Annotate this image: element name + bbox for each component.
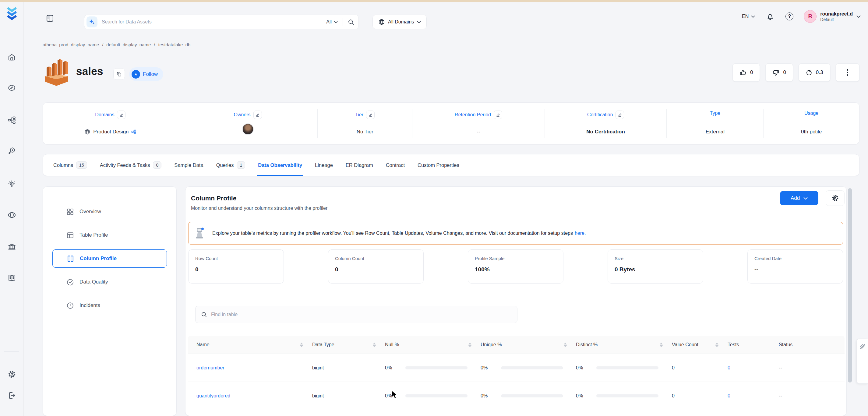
notifications-bell-icon[interactable] xyxy=(765,11,775,21)
edit-tier-icon[interactable] xyxy=(366,110,375,119)
version-history-button[interactable]: 0.3 xyxy=(799,63,830,82)
tab-label: Custom Properties xyxy=(417,162,459,168)
breadcrumb-schema[interactable]: testdatalake_db xyxy=(158,42,190,47)
domains-icon[interactable] xyxy=(7,211,17,220)
glossary-icon[interactable] xyxy=(7,274,17,283)
stat-value: 0 xyxy=(195,266,277,273)
profiler-nav-overview[interactable]: Overview xyxy=(52,202,167,221)
tab-columns[interactable]: Columns 15 xyxy=(53,154,87,176)
tab-sample-data[interactable]: Sample Data xyxy=(174,154,203,176)
profiler-nav-incidents[interactable]: Incidents xyxy=(52,296,167,315)
vertical-scrollbar[interactable] xyxy=(848,188,852,383)
thumbs-up-icon xyxy=(740,69,746,76)
sidebar-toggle-icon[interactable] xyxy=(46,14,55,23)
app-logo[interactable] xyxy=(5,6,19,20)
tab-contract[interactable]: Contract xyxy=(386,154,405,176)
usage-label: Usage xyxy=(804,110,818,116)
sort-icon[interactable] xyxy=(300,343,303,347)
add-button[interactable]: Add xyxy=(780,191,818,205)
metadata-usage: Usage 0th pctile xyxy=(764,109,859,138)
subdomain-icon xyxy=(131,129,136,134)
chevron-down-icon xyxy=(857,15,861,18)
language-dropdown[interactable]: EN xyxy=(742,14,755,19)
tab-label: ER Diagram xyxy=(346,162,373,168)
incidents-icon xyxy=(66,302,74,310)
column-name-link[interactable]: quantityordered xyxy=(188,393,312,398)
user-menu[interactable]: R rounakpreet.d Default xyxy=(804,10,861,23)
search-input[interactable] xyxy=(102,19,326,25)
breadcrumb-service[interactable]: athena_prod_display_name xyxy=(43,42,99,47)
edit-certification-icon[interactable] xyxy=(616,110,624,119)
upvote-button[interactable]: 0 xyxy=(733,63,760,82)
follow-button[interactable]: ★ Follow xyxy=(129,67,163,81)
globe-icon xyxy=(378,19,385,25)
edit-retention-icon[interactable] xyxy=(494,110,502,119)
logout-icon[interactable] xyxy=(7,391,17,400)
ai-sparkle-icon[interactable] xyxy=(87,17,97,27)
tab-er-diagram[interactable]: ER Diagram xyxy=(346,154,373,176)
right-panel-handle[interactable] xyxy=(857,339,868,384)
sort-icon[interactable] xyxy=(468,343,471,347)
column-name-link[interactable]: ordernumber xyxy=(188,365,312,371)
tab-label: Columns xyxy=(53,162,73,168)
find-in-table-input[interactable] xyxy=(211,312,512,317)
breadcrumb-separator: / xyxy=(102,42,103,47)
entity-metadata-card: Domains Product Design Owners Tier No Ti… xyxy=(43,102,860,145)
lineage-icon[interactable] xyxy=(7,116,17,125)
settings-icon[interactable] xyxy=(7,370,17,379)
column-profile-table: Name Data Type Null % Unique % Distinct … xyxy=(188,336,844,410)
profiler-nav-column-profile[interactable]: Column Profile xyxy=(52,249,167,268)
copy-icon[interactable] xyxy=(113,68,125,80)
more-options-icon[interactable] xyxy=(836,63,860,82)
stat-profile-sample: Profile Sample 100% xyxy=(468,249,563,284)
gear-icon xyxy=(832,194,839,202)
column-profile-icon xyxy=(67,255,74,262)
insights-icon[interactable] xyxy=(7,180,17,189)
help-icon[interactable]: ? xyxy=(785,12,794,21)
value-count-cell: 0 xyxy=(672,365,727,371)
stat-label: Row Count xyxy=(195,256,277,261)
govern-icon[interactable] xyxy=(7,243,17,252)
certification-value: No Certification xyxy=(586,129,625,135)
tab-label: Sample Data xyxy=(174,162,203,168)
documentation-link[interactable]: here. xyxy=(575,230,586,236)
tab-count-badge: 0 xyxy=(153,161,161,169)
tab-custom-properties[interactable]: Custom Properties xyxy=(417,154,459,176)
tests-link[interactable]: 0 xyxy=(727,365,779,371)
edit-domains-icon[interactable] xyxy=(117,110,125,119)
table-service-icon xyxy=(42,57,71,88)
global-search: All xyxy=(84,14,359,29)
search-scope-dropdown[interactable]: All xyxy=(326,19,338,25)
overview-icon xyxy=(66,208,74,216)
stat-label: Column Count xyxy=(335,256,416,261)
sort-icon[interactable] xyxy=(373,343,376,347)
downvote-button[interactable]: 0 xyxy=(765,63,793,82)
breadcrumb-database[interactable]: default_display_name xyxy=(106,42,151,47)
tests-link[interactable]: 0 xyxy=(727,393,779,398)
edit-owners-icon[interactable] xyxy=(253,110,262,119)
unique-pct-bar xyxy=(501,366,563,370)
search-icon[interactable] xyxy=(348,19,354,25)
metadata-owners: Owners xyxy=(178,109,318,138)
observability-icon[interactable] xyxy=(7,146,17,155)
all-domains-dropdown[interactable]: All Domains xyxy=(372,14,427,29)
stat-size: Size 0 Bytes xyxy=(608,249,703,284)
home-icon[interactable] xyxy=(7,53,17,62)
profiler-nav-data-quality[interactable]: Data Quality xyxy=(52,273,167,291)
tab-activity-feeds[interactable]: Activity Feeds & Tasks 0 xyxy=(100,154,162,176)
page-title: sales xyxy=(76,65,103,77)
explore-icon[interactable] xyxy=(7,83,17,92)
nav-item-label: Overview xyxy=(80,209,101,215)
profiler-nav-table-profile[interactable]: Table Profile xyxy=(52,226,167,244)
tab-queries[interactable]: Queries 1 xyxy=(216,154,246,176)
domain-value[interactable]: Product Design xyxy=(93,129,128,135)
distinct-pct: 0% xyxy=(576,365,583,371)
tab-lineage[interactable]: Lineage xyxy=(315,154,333,176)
sort-icon[interactable] xyxy=(564,343,567,347)
profiler-settings-button[interactable] xyxy=(826,190,844,206)
column-header: Name xyxy=(196,342,210,348)
tab-data-observability[interactable]: Data Observability xyxy=(258,154,302,176)
owner-avatar[interactable] xyxy=(242,123,254,135)
sort-icon[interactable] xyxy=(715,343,718,347)
sort-icon[interactable] xyxy=(660,343,663,347)
